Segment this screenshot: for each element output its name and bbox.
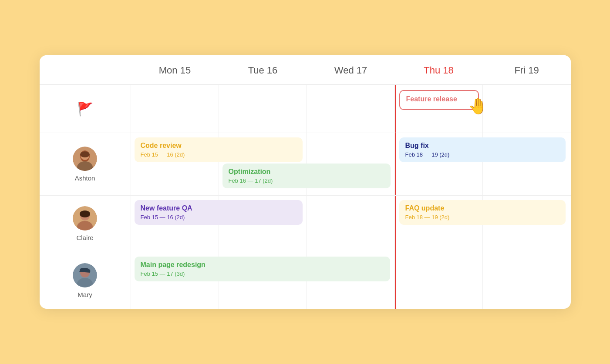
claire-avatar [73, 206, 97, 230]
flag-row: 🚩 Feature release 🤚 [40, 85, 571, 133]
claire-label: Claire [40, 196, 131, 252]
mary-row: Mary Main page redesign Feb 15 — 17 (3d) [40, 252, 571, 309]
calendar-header: Mon 15 Tue 16 Wed 17 Thu 18 Fri 19 [40, 55, 571, 85]
claire-mon: New feature QA Feb 15 — 16 (2d) [131, 196, 219, 252]
header-fri: Fri 19 [483, 55, 571, 84]
main-page-redesign-card[interactable]: Main page redesign Feb 15 — 17 (3d) [135, 257, 390, 281]
code-review-date: Feb 15 — 16 (2d) [141, 151, 297, 158]
faq-update-date: Feb 18 — 19 (2d) [405, 214, 559, 220]
claire-row: Claire New feature QA Feb 15 — 16 (2d) F… [40, 196, 571, 252]
faq-update-title: FAQ update [405, 204, 559, 212]
mary-mon: Main page redesign Feb 15 — 17 (3d) [131, 252, 219, 309]
svg-point-4 [80, 151, 90, 157]
flag-thu: Feature release 🤚 [395, 85, 483, 133]
svg-point-12 [80, 268, 87, 272]
header-empty [40, 55, 131, 84]
header-mon: Mon 15 [131, 55, 219, 84]
flag-icon: 🚩 [77, 101, 93, 117]
bug-fix-card[interactable]: Bug fix Feb 18 — 19 (2d) [399, 137, 566, 162]
bug-fix-title: Bug fix [405, 142, 559, 150]
header-thu: Thu 18 [395, 55, 483, 84]
claire-thu: FAQ update Feb 18 — 19 (2d) [395, 196, 483, 252]
mary-label: Mary [40, 252, 131, 309]
svg-point-8 [80, 210, 90, 217]
code-review-title: Code review [141, 142, 297, 150]
header-tue: Tue 16 [219, 55, 307, 84]
mary-thu [395, 252, 483, 309]
main-page-redesign-date: Feb 15 — 17 (3d) [141, 270, 384, 277]
bug-fix-date: Feb 18 — 19 (2d) [405, 151, 559, 158]
claire-name: Claire [76, 234, 93, 241]
calendar: Mon 15 Tue 16 Wed 17 Thu 18 Fri 19 🚩 Fea… [40, 55, 571, 309]
ashton-name: Ashton [75, 174, 95, 182]
main-page-redesign-title: Main page redesign [141, 261, 384, 269]
feature-release-title: Feature release [406, 95, 472, 103]
new-feature-qa-title: New feature QA [141, 204, 297, 212]
code-review-card[interactable]: Code review Feb 15 — 16 (2d) [135, 137, 303, 162]
flag-label-cell: 🚩 [40, 85, 131, 133]
claire-wed [307, 196, 395, 252]
mary-name: Mary [78, 291, 92, 298]
ashton-row: Ashton Code review Feb 15 — 16 (2d) Opti… [40, 133, 571, 196]
mary-fri [483, 252, 571, 309]
feature-release-card[interactable]: Feature release 🤚 [399, 90, 479, 110]
mary-avatar [73, 263, 97, 287]
ashton-mon: Code review Feb 15 — 16 (2d) [131, 133, 219, 195]
faq-update-card[interactable]: FAQ update Feb 18 — 19 (2d) [399, 200, 566, 225]
new-feature-qa-card[interactable]: New feature QA Feb 15 — 16 (2d) [135, 200, 303, 225]
flag-mon [131, 85, 219, 133]
ashton-avatar [73, 147, 97, 171]
flag-tue [219, 85, 307, 133]
optimization-card[interactable]: Optimization Feb 16 — 17 (2d) [222, 164, 391, 188]
ashton-label: Ashton [40, 133, 131, 195]
header-wed: Wed 17 [307, 55, 395, 84]
ashton-thu: Bug fix Feb 18 — 19 (2d) [395, 133, 483, 195]
optimization-title: Optimization [229, 168, 384, 176]
optimization-date: Feb 16 — 17 (2d) [229, 177, 384, 184]
flag-wed [307, 85, 395, 133]
new-feature-qa-date: Feb 15 — 16 (2d) [141, 214, 297, 220]
flag-fri [483, 85, 571, 133]
